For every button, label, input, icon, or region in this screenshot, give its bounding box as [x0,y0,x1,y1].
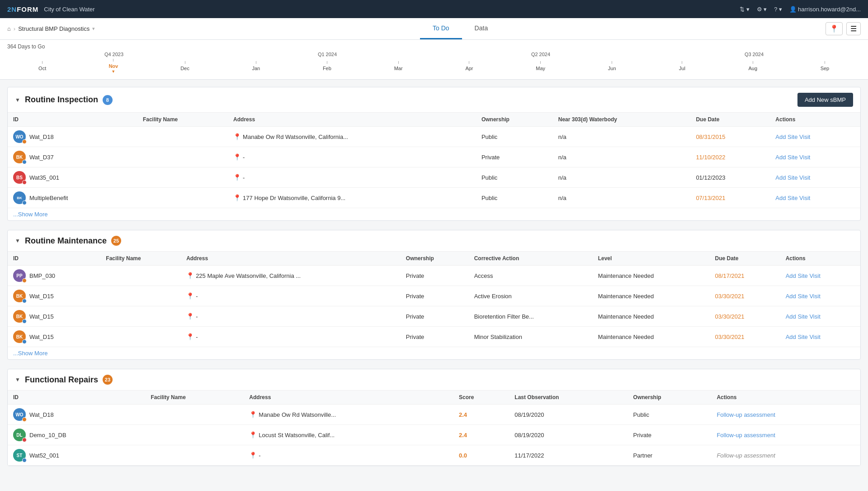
map-button[interactable]: 📍 [826,22,843,35]
id-cell: BKWat_D37 [13,151,132,163]
facility-id: Wat_D37 [29,154,54,161]
facility-icon: PP [13,269,26,282]
col-last-observation: Last Observation [509,391,627,405]
facility-id: Wat_D15 [29,313,54,320]
month-mar: Mar [394,66,403,71]
id-cell: BKMultipleBenefit [13,191,132,204]
ownership: Private [401,266,469,286]
sort-icon[interactable]: ⇅ ▾ [740,6,750,13]
help-icon[interactable]: ? ▾ [774,6,782,13]
facility-icon: BK [13,310,26,323]
col-address: Address [181,252,401,266]
tab-todo[interactable]: To Do [420,18,462,39]
top-navigation: 2NFORM City of Clean Water ⇅ ▾ ⚙ ▾ ? ▾ 👤… [0,0,868,18]
address-cell: 📍- [233,174,471,181]
col-near303d: Near 303(d) Waterbody [553,113,691,127]
level: Maintenance Needed [593,306,710,327]
location-icon: 📍 [186,333,194,340]
month-may: May [536,66,545,71]
address-cell: 📍- [249,452,448,459]
facility-icon: BK [13,151,26,163]
ownership: Private [401,327,469,347]
show-more-maintenance[interactable]: ...Show More [8,347,860,359]
due-date: 11/10/2022 [690,147,770,167]
add-site-visit-link[interactable]: Add Site Visit [775,195,810,201]
col-id: ID [8,391,145,405]
routine-maintenance-header: ▼ Routine Maintenance 25 [8,230,860,252]
facility-id: Wat52_001 [29,452,59,459]
add-site-visit-link[interactable]: Add Site Visit [786,293,821,300]
id-cell: BKWat_D15 [13,310,95,323]
id-cell: PPBMP_030 [13,269,95,282]
address-text: 225 Maple Ave Watsonville, California ..… [196,272,301,279]
timeline-area: 364 Days to Go Q4 2023 Q1 2024 Q2 2024 Q… [0,40,868,80]
id-cell: BSWat35_001 [13,171,132,184]
section-toggle-repairs[interactable]: ▼ [15,377,20,383]
user-menu[interactable]: 👤 harrison.howard@2nd... [789,6,861,13]
near-303d: n/a [553,167,691,188]
month-aug: Aug [748,66,757,71]
month-apr: Apr [465,66,473,71]
last-observation: 08/19/2020 [509,405,627,425]
menu-button[interactable]: ☰ [846,22,861,35]
level: Maintenance Needed [593,327,710,347]
address-cell: 📍177 Hope Dr Watsonville, California 9..… [233,194,471,201]
quarter-label-q4-2023: Q4 2023 [7,52,221,57]
routine-maintenance-section: ▼ Routine Maintenance 25 ID Facility Nam… [7,230,861,360]
breadcrumb-separator: › [14,25,15,32]
home-icon[interactable]: ⌂ [7,25,11,32]
facility-id: BMP_030 [29,272,55,279]
address-cell: 📍- [186,292,395,300]
section-toggle-maintenance[interactable]: ▼ [15,238,20,244]
location-icon: 📍 [233,133,241,140]
add-site-visit-link[interactable]: Add Site Visit [786,313,821,320]
table-row: WOWat_D18 📍Manabe Ow Rd Watsonville... 2… [8,405,860,425]
tab-data[interactable]: Data [462,18,501,39]
corrective-action: Access [469,266,593,286]
corrective-action: Bioretention Filter Be... [469,306,593,327]
show-more-inspection[interactable]: ...Show More [8,208,860,220]
section-toggle-inspection[interactable]: ▼ [15,97,20,103]
address-text: Manabe Ow Rd Watsonville, California... [243,133,348,140]
add-site-visit-link[interactable]: Add Site Visit [786,272,821,279]
ownership: Private [401,306,469,327]
address-cell: 📍225 Maple Ave Watsonville, California .… [186,272,395,279]
add-site-visit-link[interactable]: Add Site Visit [775,174,810,181]
month-jan: Jan [252,66,260,71]
facility-name [100,286,181,306]
address-text: - [196,334,198,340]
col-address: Address [228,113,476,127]
col-id: ID [8,113,137,127]
due-date: 03/30/2021 [709,327,780,347]
secondary-navigation: ⌂ › Structural BMP Diagnostics ▾ To Do D… [0,18,868,40]
table-header-row: ID Facility Name Address Score Last Obse… [8,391,860,405]
add-site-visit-link[interactable]: Add Site Visit [775,154,810,161]
facility-name [145,425,244,445]
level: Maintenance Needed [593,266,710,286]
facility-icon: BK [13,290,26,302]
id-cell: WOWat_D18 [13,130,132,143]
breadcrumb-area: ⌂ › Structural BMP Diagnostics ▾ [7,18,95,39]
month-nov: Nov [108,63,118,69]
table-row: PPBMP_030 📍225 Maple Ave Watsonville, Ca… [8,266,860,286]
followup-assessment-link[interactable]: Follow-up assessment [717,411,775,418]
location-icon: 📍 [233,194,241,201]
logo: 2NFORM [7,5,38,13]
add-sbmp-button[interactable]: Add New sBMP [797,93,853,107]
last-observation: 11/17/2022 [509,445,627,466]
gear-icon[interactable]: ⚙ ▾ [757,6,767,13]
chevron-down-icon[interactable]: ▾ [92,26,95,32]
routine-inspection-badge: 8 [103,95,113,105]
location-icon: 📍 [186,292,194,300]
facility-name [100,306,181,327]
top-nav-right: ⇅ ▾ ⚙ ▾ ? ▾ 👤 harrison.howard@2nd... [740,6,861,13]
followup-assessment-link[interactable]: Follow-up assessment [717,432,775,439]
add-site-visit-link[interactable]: Add Site Visit [775,133,810,140]
add-site-visit-link[interactable]: Add Site Visit [786,334,821,340]
facility-icon: DL [13,429,26,441]
col-ownership: Ownership [476,113,553,127]
routine-inspection-section: ▼ Routine Inspection 8 Add New sBMP ID F… [7,87,861,221]
facility-name [100,266,181,286]
last-observation: 08/19/2020 [509,425,627,445]
col-due-date: Due Date [690,113,770,127]
